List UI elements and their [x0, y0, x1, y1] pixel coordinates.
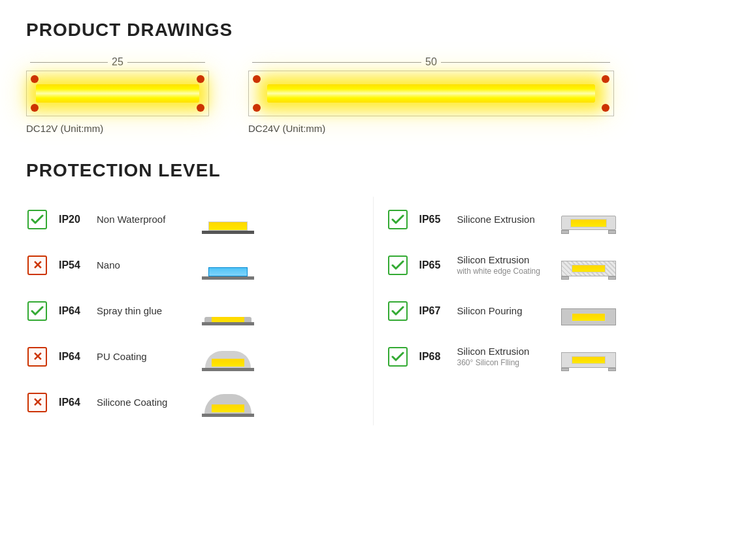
protection-name-ip64sil: Silicone Coating: [97, 396, 188, 409]
diag-channel-strip-ip65a: [570, 219, 607, 227]
ip-code-ip65b: IP65: [419, 259, 447, 271]
protection-row-ip64-silicone: ✕ IP64 Silicone Coating: [26, 380, 360, 425]
protection-row-ip68: IP68 Silicon Extrusion360° Silicon Fllin…: [387, 334, 721, 380]
diagram-ip64s: [199, 297, 257, 325]
x-mark-ip64pu: ✕: [33, 351, 42, 363]
ip-code-ip64pu: IP64: [59, 351, 86, 363]
ip-code-ip20: IP20: [59, 214, 86, 225]
dimension-24v: 50: [248, 56, 614, 68]
caption-12v: DC12V (Unit:mm): [26, 123, 103, 134]
checkmark-icon-ip65a: [391, 214, 404, 225]
check-box-no-ip64sil: ✕: [27, 393, 47, 412]
protection-row-ip20: IP20 Non Waterproof: [26, 197, 360, 242]
diag-base-ip20: [202, 231, 254, 234]
leg-l: [561, 230, 569, 234]
x-mark-ip54: ✕: [33, 259, 42, 271]
protection-name-ip64s: Spray thin glue: [97, 305, 188, 318]
diagram-ip64pu: [199, 342, 257, 371]
diagram-ip67: [559, 297, 618, 325]
corner-dot-tr-24: [602, 75, 609, 83]
protection-right-col: IP65 Silicone Extrusion: [387, 197, 721, 425]
check-ip67: [387, 300, 409, 322]
strip-glow-24v: [267, 84, 595, 103]
protection-name-ip65b: Silicon Extrusionwith white edge Coating: [457, 254, 549, 276]
leg-r2: [608, 276, 616, 280]
strip-24v: [248, 71, 614, 116]
checkmark-icon-ip20: [31, 214, 44, 225]
protection-row-ip67: IP67 Silicon Pouring: [387, 288, 721, 334]
diag-pouring-box: [561, 308, 616, 325]
diagram-ip20: [199, 205, 257, 234]
diag-strip-ip20: [208, 222, 248, 231]
diag-spray-base: [202, 322, 254, 325]
corner-dot-tl-24: [253, 75, 261, 83]
diag-channel-legs-ip68: [561, 368, 616, 371]
protection-sub-ip65b: with white edge Coating: [457, 267, 549, 277]
protection-name-ip67: Silicon Pouring: [457, 305, 549, 318]
check-box-yes-ip65b: [388, 255, 408, 275]
diagram-ip65b: [559, 251, 618, 280]
diag-white-edge-box: [561, 261, 616, 276]
protection-row-ip65b: IP65 Silicon Extrusionwith white edge Co…: [387, 242, 721, 288]
corner-dot-tr: [197, 75, 204, 83]
check-box-no-ip54: ✕: [27, 255, 47, 275]
leg-r: [608, 230, 616, 234]
drawings-section: PRODUCT DRAWINGS 25 DC12V (Unit:mm) 50: [26, 20, 720, 134]
checkmark-icon-ip68: [391, 352, 404, 362]
diag-dome-pu: [205, 351, 251, 368]
corner-dot-tl: [31, 75, 39, 83]
protection-grid: IP20 Non Waterproof ✕ IP54 Nano: [26, 197, 720, 425]
protection-sub-ip68: 360° Silicon Flling: [457, 358, 549, 369]
checkmark-icon-ip65b: [391, 260, 404, 271]
diag-silicone-strip: [212, 404, 244, 412]
protection-name-ip20: Non Waterproof: [97, 213, 188, 226]
protection-divider: [373, 197, 374, 425]
protection-row-ip54: ✕ IP54 Nano: [26, 242, 360, 288]
check-box-yes-ip68: [388, 347, 408, 367]
dimension-12v: 25: [26, 56, 209, 68]
strip-12v: [26, 71, 209, 116]
check-ip68: [387, 346, 409, 368]
check-ip20: [26, 208, 48, 231]
diagram-ip65a: [559, 205, 618, 234]
x-mark-ip64sil: ✕: [33, 397, 42, 408]
check-ip64-silicone: ✕: [26, 391, 48, 414]
protection-row-ip65a: IP65 Silicone Extrusion: [387, 197, 721, 242]
leg-l2: [561, 276, 569, 280]
checkmark-icon-ip67: [391, 306, 404, 316]
diag-dome-base-sil: [202, 414, 254, 417]
diag-nano-strip: [208, 267, 248, 276]
check-ip54: ✕: [26, 254, 48, 276]
diag-dome-strip-pu: [212, 359, 244, 367]
check-ip64-spray: [26, 300, 48, 322]
check-ip64-pu: ✕: [26, 346, 48, 368]
ip-code-ip64sil: IP64: [59, 397, 86, 408]
drawing-12v: 25 DC12V (Unit:mm): [26, 56, 209, 134]
caption-24v: DC24V (Unit:mm): [248, 123, 325, 134]
protection-left-col: IP20 Non Waterproof ✕ IP54 Nano: [26, 197, 360, 425]
corner-dot-bl-24: [253, 104, 261, 112]
protection-name-ip54: Nano: [97, 259, 188, 272]
diag-nano-base: [202, 276, 254, 280]
check-box-yes-ip67: [388, 301, 408, 321]
drawing-24v: 50 DC24V (Unit:mm): [248, 56, 614, 134]
corner-dot-bl: [31, 104, 39, 112]
check-ip65b: [387, 254, 409, 276]
diag-pouring-strip: [572, 313, 606, 321]
protection-row-ip64-spray: IP64 Spray thin glue: [26, 288, 360, 334]
diag-channel-ip65a: [561, 216, 616, 230]
protection-title: PROTECTION LEVEL: [26, 160, 720, 181]
leg-r3: [608, 368, 616, 371]
diag-silicone-dome: [204, 394, 251, 414]
protection-row-ip64-pu: ✕ IP64 PU Coating: [26, 334, 360, 380]
check-box-yes-ip65a: [388, 210, 408, 229]
protection-name-ip65a: Silicone Extrusion: [457, 213, 549, 226]
diagram-ip68: [559, 342, 618, 371]
check-ip65a: [387, 208, 409, 231]
protection-name-ip68: Silicon Extrusion360° Silicon Flling: [457, 345, 549, 368]
diag-white-edge-strip: [572, 265, 606, 272]
check-box-yes-ip64s: [27, 301, 47, 321]
diag-360-strip: [572, 356, 606, 364]
ip-code-ip68: IP68: [419, 351, 447, 363]
ip-code-ip54: IP54: [59, 259, 86, 271]
